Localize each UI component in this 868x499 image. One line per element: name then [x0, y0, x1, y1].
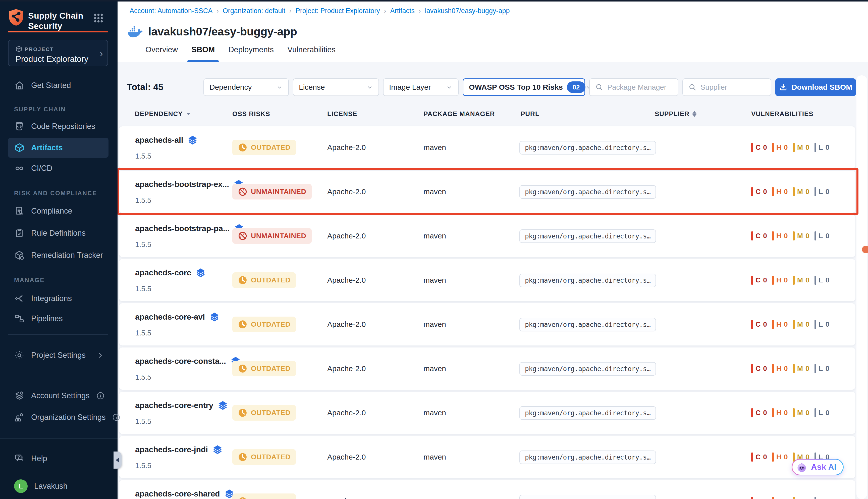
sidebar-item-pipelines[interactable]: Pipelines — [8, 311, 109, 327]
high-bar-icon — [772, 231, 774, 241]
sidebar-item-label: Organization Settings — [31, 413, 106, 422]
table-row[interactable]: apacheds-core-avl 1.5.5 OUTDATED Apache-… — [119, 303, 855, 345]
column-header-supplier[interactable]: SUPPLIER — [655, 110, 696, 118]
image-layer-filter-select[interactable]: Image Layer — [383, 78, 459, 96]
sidebar-item-compliance[interactable]: Compliance — [8, 203, 109, 219]
scrollbar[interactable] — [856, 75, 867, 499]
critical-count: C0 — [751, 143, 767, 152]
purl-chip[interactable]: pkg:maven/org.apache.directory.s… — [519, 141, 656, 155]
breadcrumb-artifacts[interactable]: Artifacts — [390, 7, 415, 15]
medium-bar-icon — [793, 408, 795, 417]
purl-chip[interactable]: pkg:maven/org.apache.directory.s… — [519, 185, 656, 199]
license-cell: Apache-2.0 — [327, 409, 366, 417]
sidebar-item-integrations[interactable]: Integrations — [8, 291, 109, 306]
oss-risk-badge: UNMAINTAINED — [232, 228, 312, 244]
purl-chip[interactable]: pkg:maven/org.apache.directory.s… — [519, 229, 656, 243]
sidebar-item-artifacts[interactable]: Artifacts — [8, 138, 109, 158]
table-row[interactable]: apacheds-core-entry 1.5.5 OUTDATED Apach… — [119, 392, 855, 434]
table-row[interactable]: apacheds-core 1.5.5 OUTDATED Apache-2.0 … — [119, 259, 855, 301]
oss-risk-label: UNMAINTAINED — [251, 232, 306, 240]
owasp-oss-risks-filter[interactable]: OWASP OSS Top 10 Risks 02 — [463, 78, 585, 96]
oss-risk-badge: OUTDATED — [232, 494, 296, 499]
column-header-dependency[interactable]: DEPENDENCY — [135, 110, 191, 118]
home-icon — [14, 80, 25, 91]
sidebar: Supply Chain Security PROJECT Product Ex… — [0, 0, 117, 499]
purl-chip[interactable]: pkg:maven/org.apache.directory.s… — [519, 451, 656, 464]
sidebar-item-label: CI/CD — [31, 164, 52, 173]
total-count: Total: 45 — [127, 82, 163, 93]
dependency-filter-select[interactable]: Dependency — [203, 78, 289, 96]
owasp-filter-label: OWASP OSS Top 10 Risks — [469, 83, 563, 92]
high-bar-icon — [772, 276, 774, 285]
purl-chip[interactable]: pkg:maven/org.apache.directory.s… — [519, 362, 656, 376]
breadcrumb-account[interactable]: Account: Automation-SSCA — [129, 7, 212, 15]
tab-bar: Overview SBOM Deployments Vulnerabilitie… — [117, 38, 868, 62]
purl-chip[interactable]: pkg:maven/org.apache.directory.s… — [519, 406, 656, 420]
sidebar-item-account-settings[interactable]: Account Settings — [8, 388, 109, 404]
sidebar-item-remediation-tracker[interactable]: Remediation Tracker — [8, 247, 109, 263]
oss-risk-badge: OUTDATED — [232, 449, 296, 465]
oss-risk-cell: OUTDATED — [232, 361, 296, 376]
sort-both-icon — [692, 111, 696, 117]
sidebar-item-get-started[interactable]: Get Started — [8, 77, 109, 94]
table-row[interactable]: apacheds-core-shared 1.5.5 OUTDATED Apac… — [119, 480, 855, 499]
ask-ai-button[interactable]: Ask AI — [792, 459, 844, 475]
purl-cell: pkg:maven/org.apache.directory.s… — [519, 364, 656, 373]
ai-robot-icon — [796, 461, 807, 473]
sidebar-item-help[interactable]: Help — [8, 451, 109, 466]
section-label-manage: MANAGE — [14, 277, 45, 284]
shield-logo-icon — [8, 9, 24, 26]
package-manager-cell: maven — [423, 409, 446, 417]
info-icon[interactable] — [96, 391, 105, 400]
search-icon — [689, 83, 696, 91]
project-cube-icon — [15, 45, 23, 53]
breadcrumb-artifact-name[interactable]: lavakush07/easy-buggy-app — [425, 7, 510, 15]
chevron-right-icon — [97, 352, 104, 359]
purl-chip[interactable]: pkg:maven/org.apache.directory.s… — [519, 273, 656, 287]
medium-bar-icon — [793, 452, 795, 462]
purl-chip[interactable]: pkg:maven/org.apache.directory.s… — [519, 318, 656, 331]
outdated-clock-icon — [238, 364, 247, 373]
high-bar-icon — [772, 320, 774, 329]
sidebar-item-rule-definitions[interactable]: Rule Definitions — [8, 225, 109, 241]
tab-sbom[interactable]: SBOM — [190, 38, 216, 62]
sidebar-collapse-handle[interactable] — [113, 451, 122, 468]
tab-deployments[interactable]: Deployments — [227, 38, 275, 62]
tab-vulnerabilities[interactable]: Vulnerabilities — [286, 38, 337, 62]
oss-risk-label: OUTDATED — [251, 276, 290, 284]
divider — [8, 334, 108, 335]
breadcrumb-project[interactable]: Project: Product Exploratory — [296, 7, 380, 15]
table-row[interactable]: apacheds-core-jndi 1.5.5 OUTDATED Apache… — [119, 436, 855, 478]
tab-overview[interactable]: Overview — [144, 38, 179, 62]
project-selector[interactable]: PROJECT Product Exploratory › — [8, 40, 108, 66]
sidebar-item-code-repositories[interactable]: Code Repositories — [8, 118, 109, 134]
supplier-search-input[interactable] — [700, 83, 765, 92]
license-filter-select[interactable]: License — [293, 78, 379, 96]
low-bar-icon — [815, 187, 816, 196]
user-menu[interactable]: L Lavakush — [8, 478, 109, 494]
sidebar-item-label: Artifacts — [31, 143, 63, 152]
sidebar-item-organization-settings[interactable]: Organization Settings — [8, 409, 109, 425]
critical-bar-icon — [751, 452, 753, 462]
section-label-supply-chain: SUPPLY CHAIN — [14, 106, 66, 113]
package-manager-search-input[interactable] — [607, 83, 672, 92]
chevron-down-icon — [276, 84, 283, 90]
high-bar-icon — [772, 497, 774, 499]
low-bar-icon — [815, 231, 816, 241]
breadcrumb-organization[interactable]: Organization: default — [223, 7, 285, 15]
info-icon[interactable] — [112, 413, 121, 422]
oss-risk-badge: OUTDATED — [232, 317, 296, 332]
table-row[interactable]: apacheds-bootstrap-ex... 1.5.5 UNMAINTAI… — [119, 171, 855, 213]
vulnerability-counts: C0 H0 M0 L0 — [751, 364, 829, 373]
module-grid-icon[interactable] — [94, 14, 103, 23]
table-row[interactable]: apacheds-all 1.5.5 OUTDATED Apache-2.0 m… — [119, 126, 855, 169]
high-count: H0 — [772, 231, 788, 241]
sidebar-item-cicd[interactable]: CI/CD — [8, 160, 109, 177]
purl-chip[interactable]: pkg:maven/org.apache.directory.s… — [519, 495, 656, 499]
purl-cell: pkg:maven/org.apache.directory.s… — [519, 497, 656, 499]
table-row[interactable]: apacheds-bootstrap-pa... 1.5.5 UNMAINTAI… — [119, 215, 855, 257]
oss-risk-cell: OUTDATED — [232, 317, 296, 332]
download-sbom-button[interactable]: Download SBOM — [775, 78, 856, 96]
table-row[interactable]: apacheds-core-consta... 1.5.5 OUTDATED A… — [119, 348, 855, 390]
sidebar-item-project-settings[interactable]: Project Settings — [8, 347, 109, 363]
